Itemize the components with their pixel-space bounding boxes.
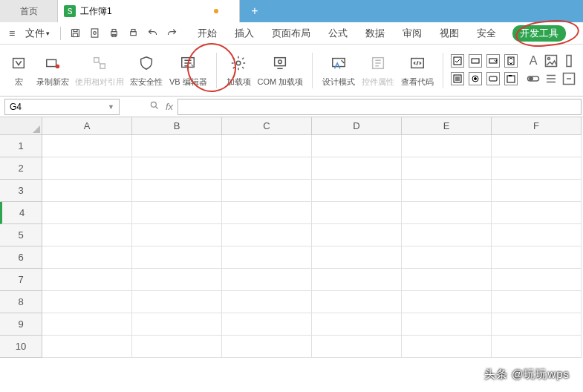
checkbox-control-icon[interactable]	[451, 54, 464, 68]
column-header[interactable]: B	[132, 117, 222, 135]
cell[interactable]	[132, 202, 222, 224]
cell[interactable]	[312, 224, 402, 246]
file-menu[interactable]: 文件 ▾	[21, 27, 54, 40]
row-header[interactable]: 3	[0, 180, 42, 202]
cell[interactable]	[132, 246, 222, 269]
menu-tab-3[interactable]: 公式	[327, 25, 349, 42]
cell[interactable]	[312, 180, 402, 202]
cell[interactable]	[42, 157, 132, 180]
cell[interactable]	[42, 313, 132, 336]
cell[interactable]	[402, 269, 492, 291]
cell[interactable]	[312, 336, 402, 358]
cell[interactable]	[132, 291, 222, 313]
name-box[interactable]: G4 ▼	[4, 99, 120, 115]
cell[interactable]	[222, 313, 312, 336]
more-controls-icon[interactable]	[544, 72, 558, 85]
scrollbar-control-icon[interactable]	[562, 54, 576, 68]
menu-tab-5[interactable]: 审阅	[401, 25, 423, 42]
print-direct-icon[interactable]	[125, 25, 141, 42]
menu-tab-2[interactable]: 页面布局	[270, 25, 312, 42]
save-icon[interactable]	[67, 25, 83, 42]
cell[interactable]	[492, 180, 582, 202]
cell[interactable]	[132, 135, 222, 157]
row-header[interactable]: 6	[0, 246, 42, 269]
cell[interactable]	[222, 224, 312, 246]
select-all-corner[interactable]	[0, 117, 42, 135]
toggle-control-icon[interactable]	[527, 72, 540, 85]
menu-tab-0[interactable]: 开始	[196, 25, 218, 42]
cell[interactable]	[222, 291, 312, 313]
redo-icon[interactable]	[163, 25, 180, 42]
cell[interactable]	[42, 202, 132, 224]
relative-ref-button[interactable]: 使用相对引用	[74, 51, 126, 89]
cell[interactable]	[492, 157, 582, 180]
vb-editor-button[interactable]: VB 编辑器	[168, 51, 209, 89]
fx-label[interactable]: fx	[166, 101, 173, 112]
command-control-icon[interactable]	[562, 72, 576, 85]
cell[interactable]	[132, 224, 222, 246]
cell[interactable]	[402, 224, 492, 246]
cell[interactable]	[402, 202, 492, 224]
cell[interactable]	[42, 269, 132, 291]
new-tab-button[interactable]: +	[240, 0, 270, 22]
cell[interactable]	[132, 336, 222, 358]
row-header[interactable]: 1	[0, 135, 42, 157]
cell[interactable]	[492, 202, 582, 224]
print-icon[interactable]	[105, 25, 122, 42]
cell[interactable]	[222, 269, 312, 291]
cell[interactable]	[492, 224, 582, 246]
cell[interactable]	[492, 246, 582, 269]
cell[interactable]	[312, 246, 402, 269]
cell[interactable]	[222, 336, 312, 358]
cell[interactable]	[42, 135, 132, 157]
macro-button[interactable]: 宏	[6, 51, 31, 89]
button-control-icon[interactable]	[486, 72, 500, 85]
document-tab[interactable]: S 工作簿1	[58, 0, 240, 22]
row-header[interactable]: 9	[0, 313, 42, 336]
cell[interactable]	[42, 246, 132, 269]
cell[interactable]	[402, 313, 492, 336]
search-fx-icon[interactable]	[149, 100, 160, 113]
print-preview-icon[interactable]	[86, 25, 102, 42]
cell[interactable]	[132, 157, 222, 180]
cell[interactable]	[222, 135, 312, 157]
cell[interactable]	[312, 313, 402, 336]
cell[interactable]	[402, 291, 492, 313]
image-control-icon[interactable]	[544, 54, 558, 68]
cell[interactable]	[42, 291, 132, 313]
design-mode-button[interactable]: 设计模式	[320, 51, 356, 89]
control-props-button[interactable]: 控件属性	[359, 51, 396, 89]
radio-control-icon[interactable]	[469, 72, 482, 85]
column-header[interactable]: F	[492, 117, 582, 135]
view-code-button[interactable]: 查看代码	[399, 51, 435, 89]
cell[interactable]	[222, 157, 312, 180]
spinner-control-icon[interactable]	[504, 54, 518, 68]
cell[interactable]	[402, 135, 492, 157]
formula-input[interactable]	[177, 99, 582, 115]
home-tab[interactable]: 首页	[0, 0, 58, 22]
groupbox-control-icon[interactable]	[504, 72, 518, 85]
listbox-control-icon[interactable]	[451, 72, 464, 85]
cell[interactable]	[222, 180, 312, 202]
cell[interactable]	[312, 269, 402, 291]
column-header[interactable]: C	[222, 117, 312, 135]
cell[interactable]	[312, 157, 402, 180]
menu-tab-4[interactable]: 数据	[364, 25, 386, 42]
cell[interactable]	[312, 202, 402, 224]
menu-tab-8[interactable]: 开发工具	[512, 25, 566, 42]
row-header[interactable]: 5	[0, 224, 42, 246]
menu-tab-7[interactable]: 安全	[475, 25, 498, 42]
label-control-icon[interactable]: A	[527, 54, 540, 68]
cell[interactable]	[402, 246, 492, 269]
cell[interactable]	[492, 336, 582, 358]
cell[interactable]	[312, 135, 402, 157]
undo-icon[interactable]	[144, 25, 160, 42]
combobox-control-icon[interactable]	[486, 54, 500, 68]
column-header[interactable]: A	[42, 117, 132, 135]
column-header[interactable]: D	[312, 117, 402, 135]
row-header[interactable]: 8	[0, 291, 42, 313]
cell[interactable]	[222, 202, 312, 224]
row-header[interactable]: 2	[0, 157, 42, 180]
cell[interactable]	[42, 336, 132, 358]
cell[interactable]	[132, 313, 222, 336]
